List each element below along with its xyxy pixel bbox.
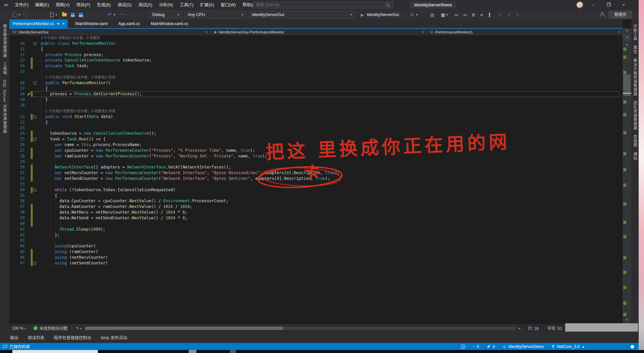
bookmark-icon[interactable] (489, 10, 490, 19)
menu-item-8[interactable]: 分析(N) (156, 0, 176, 10)
preview-dropdown-icon[interactable]: ▾ (446, 10, 448, 19)
doc-tab-1[interactable]: PerformanceMonitor.cs× (9, 19, 68, 28)
back-dropdown-icon[interactable]: ▾ (19, 10, 20, 19)
start-debugging-icon[interactable]: ▶ (361, 10, 364, 19)
scroll-up-icon[interactable]: ▲ (623, 43, 631, 46)
outline-icon[interactable]: ≔ (454, 10, 459, 19)
zoom-level-combo[interactable]: 100 % ▾ (9, 326, 29, 331)
panel-tab-4[interactable]: Web 发布活动 (101, 334, 127, 341)
open-file-icon[interactable] (62, 10, 67, 19)
edits-count[interactable]: 4 (493, 344, 495, 349)
panel-tab-2[interactable]: 错误列表 (28, 334, 44, 341)
horizontal-scrollbar[interactable] (85, 327, 516, 330)
right-strip-tab-2[interactable]: 属性 (632, 45, 638, 54)
notifications-bell-icon[interactable] (631, 345, 634, 348)
menu-item-11[interactable]: 窗口(W) (217, 0, 239, 10)
menu-item-4[interactable]: 项目(P) (73, 0, 94, 10)
left-strip-tab-3[interactable]: SQL Server 对象资源管理器 (2, 80, 7, 133)
undo-icon[interactable]: ↶ (108, 10, 112, 19)
indent-decrease-icon[interactable]: ≣ (472, 10, 475, 19)
menu-item-3[interactable]: 视图(V) (52, 0, 73, 10)
admin-mode-button[interactable]: 管理员 (609, 11, 632, 18)
redo-icon[interactable]: ↷ (120, 10, 124, 19)
navigate-forward-icon[interactable]: → (23, 10, 28, 19)
vertical-scrollbar[interactable]: ▾ ÷ ▲ ▼ (623, 28, 631, 324)
horizontal-scrollbar-thumb[interactable] (85, 327, 283, 330)
doc-tab-3[interactable]: App.xaml.cs (115, 19, 143, 28)
bookmark-dropdown-icon[interactable]: ▾ (522, 10, 523, 19)
undo-dropdown-icon[interactable]: ▾ (114, 10, 115, 19)
bookmark-clear-icon[interactable]: ⋔ (516, 10, 519, 19)
attach-icon[interactable]: ▤ (430, 10, 434, 19)
fold-collapse-icon[interactable]: - (33, 138, 36, 141)
scroll-down-icon[interactable]: ▼ (623, 318, 631, 322)
preview-icon[interactable]: ▦ (441, 10, 445, 19)
restore-button[interactable] (601, 0, 616, 10)
menu-item-10[interactable]: 扩展(X) (197, 0, 217, 10)
left-strip-tab-1[interactable]: 服务器资源管理器 (2, 24, 7, 57)
tab-overflow-icon[interactable]: ▾ (623, 29, 631, 32)
avatar[interactable] (577, 2, 583, 8)
code-editor[interactable]: 4 个引用|0 项更改|0 名作者，0 项更改10-public class P… (9, 35, 623, 324)
right-strip-tab-6[interactable]: 通知 (632, 152, 638, 160)
refresh-dropdown-icon[interactable]: ▾ (416, 10, 418, 19)
branch-icon[interactable]: Y (552, 344, 554, 349)
push-arrow-icon[interactable]: ↑ (472, 344, 474, 349)
codelens-text[interactable]: 4 个引用|0 项更改|0 名作者，0 项更改 (38, 35, 100, 41)
fold-collapse-icon[interactable]: - (33, 82, 36, 85)
configuration-combo[interactable]: Debug▾ (149, 11, 182, 18)
menu-item-1[interactable]: 文件(F) (11, 0, 32, 10)
startup-project-combo[interactable]: IdentityServerGui▾ (249, 11, 355, 18)
left-strip-tab-2[interactable]: 工具箱 (2, 62, 7, 75)
source-control-icon[interactable] (461, 345, 465, 349)
platform-combo[interactable]: Any CPU▾ (185, 11, 246, 18)
close-tab-icon[interactable]: × (62, 21, 64, 26)
redo-dropdown-icon[interactable]: ▾ (126, 10, 127, 19)
new-file-icon[interactable] (50, 10, 53, 19)
indent-increase-icon[interactable]: ≡ (480, 10, 483, 19)
bookmark-prev-icon[interactable]: ⋔ (498, 10, 502, 19)
fold-collapse-icon[interactable]: - (33, 115, 36, 118)
repository-name[interactable]: IdentityServerDemo (508, 344, 544, 349)
panel-tab-1[interactable]: 输出 (10, 334, 18, 341)
codelens-text[interactable]: 1 个引用|0 项更改|0 名作者，0 项更改|0 异常 (38, 108, 115, 114)
code-cleanup-icon[interactable]: ✎ ▾ (76, 326, 82, 331)
menu-item-7[interactable]: 测试(S) (135, 0, 156, 10)
doc-tab-4[interactable]: MainWindow.xaml.cs (147, 19, 191, 28)
refresh-icon[interactable]: ↻ (410, 10, 414, 19)
menu-item-5[interactable]: 生成(B) (94, 0, 114, 10)
codelens-text[interactable]: 0 个引用|0 项更改|0 名作者，0 项更改|0 异常 (38, 75, 115, 80)
menu-item-2[interactable]: 编辑(E) (32, 0, 52, 10)
pin-icon[interactable] (56, 22, 60, 25)
branch-name[interactable]: NetCore_3.0 (557, 344, 580, 349)
minimize-button[interactable]: – (585, 0, 601, 10)
fold-collapse-icon[interactable]: - (33, 189, 36, 192)
new-file-dropdown-icon[interactable]: ▾ (55, 10, 57, 19)
save-icon[interactable] (71, 10, 75, 19)
split-window-handle[interactable]: ÷ (623, 34, 631, 40)
push-count[interactable]: 0 (477, 344, 479, 349)
menu-item-9[interactable]: 工具(T) (176, 0, 197, 10)
repository-icon[interactable]: ◇ (503, 344, 506, 349)
right-strip-tab-5[interactable]: 类视图 (632, 135, 638, 147)
right-strip-tab-3[interactable]: 解决方案资源管理器 (632, 58, 638, 96)
fold-collapse-icon[interactable]: - (33, 262, 36, 265)
save-all-icon[interactable] (79, 10, 83, 19)
outline-collapse-icon[interactable]: ≕ (463, 10, 467, 19)
panel-tab-3[interactable]: 程序包管理器控制台 (54, 334, 92, 341)
doc-tab-2[interactable]: MainWindow.xaml (72, 19, 111, 28)
bookmark-next-icon[interactable]: ⋔ (507, 10, 511, 19)
breadcrumb-type[interactable]: ◆ IdentityServerGui.PerformanceMonitor▾ (211, 29, 427, 35)
feedback-person-icon[interactable] (599, 12, 605, 17)
search-input[interactable] (253, 3, 385, 7)
breadcrumb-member[interactable]: ◎ PerformanceMonitor()▾ (427, 29, 623, 35)
breadcrumb-project[interactable]: C# IdentityServerGui▾ (9, 29, 210, 35)
scroll-right-icon[interactable]: ▸ (519, 326, 521, 330)
run-target-label[interactable]: IdentityServerGui (367, 10, 399, 19)
fold-collapse-icon[interactable]: - (33, 42, 36, 45)
quick-search-box[interactable] (253, 2, 393, 8)
right-strip-tab-1[interactable]: 诊断工具 (632, 24, 638, 41)
right-strip-tab-4[interactable]: 团队资源管理器 (632, 101, 638, 130)
navigate-back-icon[interactable]: ← (12, 10, 17, 19)
edits-pencil-icon[interactable] (487, 345, 490, 348)
